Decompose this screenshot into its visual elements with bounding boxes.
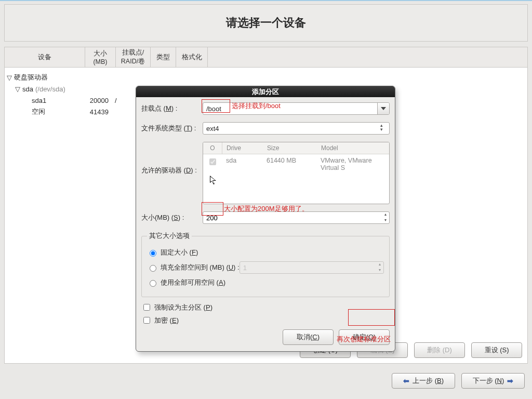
installer-window: 请选择一个设备 设备 大小 (MB) 挂载点/ RAID/卷 类型 格式化 ▽ … xyxy=(0,0,532,399)
reset-button-label: 重设 (S) xyxy=(485,345,509,355)
part-name: sda1 xyxy=(32,97,85,104)
size-fixed-radio[interactable] xyxy=(150,250,156,257)
fstype-combo[interactable]: ext4 ▴▾ xyxy=(203,122,390,135)
drive-row[interactable]: sda 61440 MB VMware, VMware Virtual S xyxy=(203,154,389,174)
force-primary-checkbox[interactable] xyxy=(143,304,150,311)
part-size: 20000 xyxy=(85,97,112,104)
tree-root-label: 硬盘驱动器 xyxy=(14,73,86,82)
col-type[interactable]: 类型 xyxy=(151,47,176,67)
back-button[interactable]: ⬅ 上一步 (B) xyxy=(392,373,455,389)
ok-button[interactable]: 确定(O) xyxy=(339,329,390,345)
fstype-label: 文件系统类型 (T) : xyxy=(141,124,203,133)
next-button-label: 下一步 (N) xyxy=(473,376,504,385)
drive-col-drive[interactable]: Drive xyxy=(222,142,263,154)
fillto-spinner: ▴▾ xyxy=(240,261,384,274)
size-fillto-radio[interactable] xyxy=(150,265,156,272)
drive-col-check[interactable]: O xyxy=(203,142,222,154)
spinner-buttons: ▴▾ xyxy=(376,262,383,273)
header-panel: 请选择一个设备 xyxy=(4,4,528,42)
chevron-down-icon[interactable] xyxy=(377,103,389,114)
size-label: 大小(MB) (S) : xyxy=(141,213,203,222)
col-mount[interactable]: 挂载点/ RAID/卷 xyxy=(116,47,151,67)
svg-marker-0 xyxy=(381,107,386,110)
drives-label: 允许的驱动器 (D) : xyxy=(141,142,203,175)
top-accent xyxy=(0,0,532,1)
add-partition-dialog: 添加分区 挂载点 (M) : /boot 文件系统类型 (T) : ext4 ▴… xyxy=(136,86,395,352)
dialog-title: 添加分区 xyxy=(136,86,395,97)
drive-col-size[interactable]: Size xyxy=(263,142,317,154)
next-button[interactable]: ➡ 下一步 (N) xyxy=(461,373,525,389)
encrypt-checkbox[interactable] xyxy=(143,317,150,324)
expand-icon[interactable]: ▽ xyxy=(13,85,22,93)
spinner-buttons[interactable]: ▴▾ xyxy=(382,212,389,223)
encrypt-label: 加密 (E) xyxy=(154,316,179,325)
fillto-input xyxy=(240,261,384,274)
mount-point-value: /boot xyxy=(206,105,221,113)
drive-name: sda xyxy=(222,154,262,174)
col-device[interactable]: 设备 xyxy=(5,47,85,67)
size-fillall-radio[interactable] xyxy=(150,280,156,287)
part-name: 空闲 xyxy=(32,107,85,116)
page-title: 请选择一个设备 xyxy=(5,5,527,41)
disk-name: sda xyxy=(22,85,33,93)
expand-icon[interactable]: ▽ xyxy=(5,74,14,82)
force-primary-label: 强制设为主分区 (P) xyxy=(154,303,212,312)
drive-col-model[interactable]: Model xyxy=(317,142,389,154)
drive-header: O Drive Size Model xyxy=(203,142,389,154)
size-fixed-label: 固定大小 (F) xyxy=(161,248,198,257)
other-size-options: 其它大小选项 固定大小 (F) 填充全部空间到 (MB) (U) : ▴▾ 使用… xyxy=(141,231,390,297)
size-fillall-label: 使用全部可用空间 (A) xyxy=(161,278,225,287)
size-fillto-label: 填充全部空间到 (MB) (U) : xyxy=(161,263,240,272)
nav-bar: ⬅ 上一步 (B) ➡ 下一步 (N) xyxy=(392,373,525,389)
disk-path: (/dev/sda) xyxy=(35,85,65,93)
drive-size: 61440 MB xyxy=(262,154,316,174)
part-size: 41439 xyxy=(85,108,112,116)
delete-button-label: 删除 (D) xyxy=(427,345,452,355)
drive-checkbox[interactable] xyxy=(209,158,216,165)
size-input[interactable] xyxy=(203,211,390,224)
other-legend: 其它大小选项 xyxy=(147,231,192,241)
tree-header: 设备 大小 (MB) 挂载点/ RAID/卷 类型 格式化 xyxy=(5,47,527,68)
cancel-button[interactable]: 取消(C) xyxy=(283,329,334,345)
fstype-value: ext4 xyxy=(206,125,219,132)
col-size[interactable]: 大小 (MB) xyxy=(85,47,116,67)
mount-label: 挂载点 (M) : xyxy=(141,104,203,113)
reset-button[interactable]: 重设 (S) xyxy=(471,342,522,358)
drive-model: VMware, VMware Virtual S xyxy=(316,154,389,174)
size-spinner[interactable]: ▴▾ xyxy=(203,211,390,224)
delete-button: 删除 (D) xyxy=(414,342,465,358)
allowed-drives-table[interactable]: O Drive Size Model sda 61440 MB VMware, … xyxy=(203,142,390,204)
col-format[interactable]: 格式化 xyxy=(176,47,208,67)
arrow-left-icon: ⬅ xyxy=(403,377,409,385)
updown-icon[interactable]: ▴▾ xyxy=(380,123,389,134)
mount-point-combo[interactable]: /boot xyxy=(203,102,390,115)
arrow-right-icon: ➡ xyxy=(507,377,513,385)
tree-root-row[interactable]: ▽ 硬盘驱动器 xyxy=(5,72,527,83)
back-button-label: 上一步 (B) xyxy=(413,376,444,385)
